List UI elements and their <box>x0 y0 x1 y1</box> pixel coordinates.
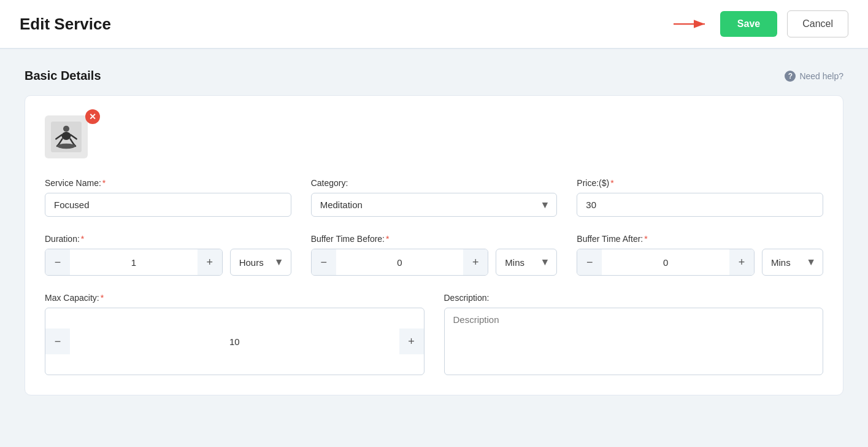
category-group: Category: Meditation Yoga Fitness Wellne… <box>311 178 558 217</box>
buffer-after-unit-select[interactable]: Mins Hours <box>762 249 823 276</box>
buffer-after-unit-wrapper: Mins Hours ▼ <box>762 249 823 276</box>
buffer-before-decrement-button[interactable]: − <box>312 249 336 275</box>
buffer-before-stepper-row: − + Mins Hours ▼ <box>311 249 558 276</box>
cancel-button[interactable]: Cancel <box>787 10 848 37</box>
buffer-after-group: Buffer Time After:* − + Mins Hours ▼ <box>577 234 823 276</box>
buffer-after-label: Buffer Time After:* <box>577 234 823 244</box>
max-capacity-label: Max Capacity:* <box>45 293 424 303</box>
buffer-before-unit-wrapper: Mins Hours ▼ <box>496 249 557 276</box>
help-icon: ? <box>785 71 796 82</box>
description-label: Description: <box>444 293 824 303</box>
duration-stepper-row: − + Hours Mins ▼ <box>45 249 291 276</box>
required-star-price: * <box>610 178 613 188</box>
svg-point-7 <box>57 144 75 149</box>
buffer-after-stepper: − + <box>577 249 755 276</box>
category-label: Category: <box>311 178 558 188</box>
form-row-1: Service Name:* Category: Meditation Yoga… <box>45 178 823 217</box>
page-title: Edit Service <box>20 15 111 34</box>
service-image-svg <box>51 122 82 152</box>
svg-point-4 <box>62 132 71 140</box>
buffer-before-increment-button[interactable]: + <box>463 249 488 275</box>
duration-unit-wrapper: Hours Mins ▼ <box>230 249 291 276</box>
required-star-dur: * <box>81 234 84 244</box>
service-image <box>45 115 88 158</box>
buffer-before-label: Buffer Time Before:* <box>311 234 558 244</box>
section-header: Basic Details ? Need help? <box>25 69 843 83</box>
duration-stepper: − + <box>45 249 223 276</box>
need-help-link[interactable]: ? Need help? <box>785 71 843 82</box>
duration-label: Duration:* <box>45 234 291 244</box>
form-row-3: Max Capacity:* − + Description: <box>45 293 823 375</box>
service-name-label: Service Name:* <box>45 178 291 188</box>
buffer-before-value-input[interactable] <box>336 257 464 268</box>
required-star-ba: * <box>644 234 647 244</box>
form-row-2: Duration:* − + Hours Mins ▼ <box>45 234 823 276</box>
buffer-after-stepper-row: − + Mins Hours ▼ <box>577 249 823 276</box>
main-content: Basic Details ? Need help? <box>0 49 868 415</box>
max-capacity-value-input[interactable] <box>70 336 399 347</box>
duration-increment-button[interactable]: + <box>198 249 222 275</box>
price-input[interactable] <box>577 193 823 217</box>
save-button[interactable]: Save <box>720 11 777 37</box>
header-actions: Save Cancel <box>674 10 848 37</box>
header: Edit Service Save Cancel <box>0 0 868 49</box>
svg-point-3 <box>63 126 69 132</box>
category-select-wrapper: Meditation Yoga Fitness Wellness ▼ <box>311 193 558 217</box>
price-group: Price:($)* <box>577 178 823 217</box>
image-upload-area[interactable]: ✕ <box>45 115 94 158</box>
buffer-before-group: Buffer Time Before:* − + Mins Hours ▼ <box>311 234 558 276</box>
max-capacity-decrement-button[interactable]: − <box>45 328 70 354</box>
duration-group: Duration:* − + Hours Mins ▼ <box>45 234 291 276</box>
category-select[interactable]: Meditation Yoga Fitness Wellness <box>311 193 558 217</box>
max-capacity-group: Max Capacity:* − + <box>45 293 424 375</box>
need-help-label: Need help? <box>799 71 843 81</box>
duration-unit-select[interactable]: Hours Mins <box>230 249 291 276</box>
basic-details-card: ✕ Service Name:* Category: Meditation Yo… <box>25 95 843 395</box>
service-name-input[interactable] <box>45 193 291 217</box>
description-group: Description: <box>444 293 824 375</box>
duration-value-input[interactable] <box>70 257 198 268</box>
required-star-bb: * <box>386 234 389 244</box>
remove-image-button[interactable]: ✕ <box>85 109 100 124</box>
arrow-indicator <box>674 17 710 31</box>
duration-decrement-button[interactable]: − <box>45 249 70 275</box>
buffer-before-unit-select[interactable]: Mins Hours <box>496 249 557 276</box>
required-star-mc: * <box>101 293 104 303</box>
required-star: * <box>102 178 106 188</box>
max-capacity-stepper: − + <box>45 308 424 375</box>
max-capacity-increment-button[interactable]: + <box>399 328 424 354</box>
buffer-before-stepper: − + <box>311 249 489 276</box>
buffer-after-increment-button[interactable]: + <box>729 249 754 275</box>
buffer-after-decrement-button[interactable]: − <box>577 249 602 275</box>
service-name-group: Service Name:* <box>45 178 291 217</box>
buffer-after-value-input[interactable] <box>602 257 729 268</box>
section-title: Basic Details <box>25 69 101 83</box>
description-textarea[interactable] <box>444 308 824 375</box>
price-label: Price:($)* <box>577 178 823 188</box>
